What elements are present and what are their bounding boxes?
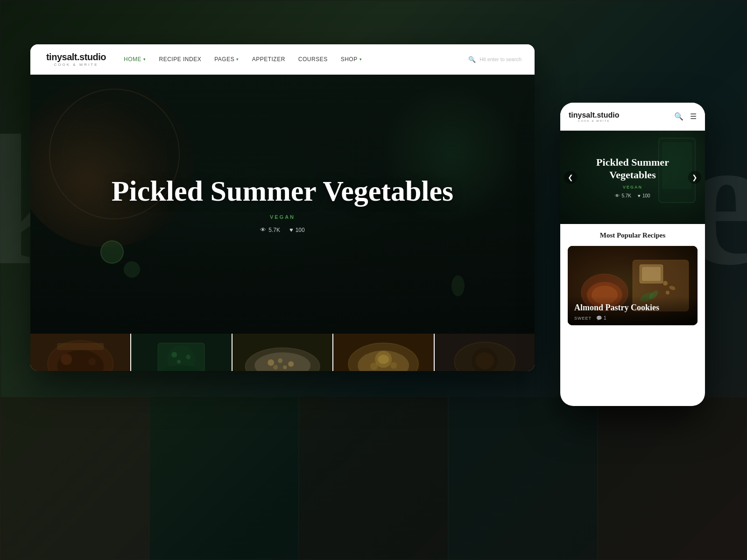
shop-arrow-icon: ▾ xyxy=(359,57,362,62)
recipe-card-meta: SWEET 💬 1 xyxy=(574,315,691,321)
recipe-card-title: Almond Pastry Cookies xyxy=(574,303,691,313)
thumb-4[interactable] xyxy=(333,334,433,371)
eye-icon: 👁 xyxy=(260,226,266,233)
thumb-3[interactable] xyxy=(233,334,332,371)
desktop-logo[interactable]: tinysalt.studio COOK & WRITE xyxy=(43,52,109,67)
mobile-hero-prev[interactable]: ❮ xyxy=(564,171,577,184)
heart-icon: ♥ xyxy=(289,226,293,233)
search-icon: 🔍 xyxy=(468,56,476,63)
svg-point-11 xyxy=(186,355,191,359)
bg-food-decoration xyxy=(0,397,747,560)
pages-arrow-icon: ▾ xyxy=(236,57,239,62)
desktop-hero: Pickled Summer Vegetables VEGAN 👁 5.7K ♥… xyxy=(30,75,535,334)
search-placeholder: Hit enter to search xyxy=(479,56,521,62)
thumbnail-strip xyxy=(30,334,535,371)
mobile-hero-title: Pickled Summer Vegetables xyxy=(560,156,705,181)
mobile-hero-tag: VEGAN xyxy=(623,185,642,189)
mobile-logo[interactable]: tinysalt.studio COOK & WRITE xyxy=(569,111,619,122)
svg-point-16 xyxy=(268,359,274,366)
mobile-nav-icons: 🔍 ☰ xyxy=(674,112,697,121)
recipe-card-overlay: Almond Pastry Cookies SWEET 💬 1 xyxy=(568,296,698,325)
desktop-nav: HOME ▾ RECIPE INDEX PAGES ▾ APPETIZER CO… xyxy=(124,56,453,63)
hero-stats: 👁 5.7K ♥ 100 xyxy=(260,226,304,233)
hero-likes: ♥ 100 xyxy=(289,226,305,233)
desktop-search[interactable]: 🔍 Hit enter to search xyxy=(468,56,521,63)
recipe-card-comments: 💬 1 xyxy=(596,315,606,321)
thumb-1[interactable] xyxy=(30,334,130,371)
mobile-hero-stats: 👁 5.7K ♥ 100 xyxy=(615,193,650,198)
nav-item-appetizer[interactable]: APPETIZER xyxy=(252,56,285,63)
most-popular-title: Most Popular Recipes xyxy=(568,231,698,239)
svg-point-3 xyxy=(61,354,72,365)
mobile-content: Most Popular Recipes xyxy=(560,224,705,333)
recipe-card-image: Almond Pastry Cookies SWEET 💬 1 xyxy=(568,246,698,325)
svg-point-44 xyxy=(666,291,669,294)
mobile-logo-name: tinysalt.studio xyxy=(569,111,619,119)
svg-point-42 xyxy=(663,281,668,286)
mobile-hero-views: 👁 5.7K xyxy=(615,193,631,198)
mobile-hero-likes: ♥ 100 xyxy=(638,193,650,198)
nav-item-courses[interactable]: COURSES xyxy=(298,56,328,63)
svg-point-25 xyxy=(378,355,389,364)
desktop-logo-tagline: COOK & WRITE xyxy=(54,63,98,67)
nav-item-home[interactable]: HOME ▾ xyxy=(124,56,146,63)
mobile-hero-next[interactable]: ❯ xyxy=(688,171,701,184)
desktop-header: tinysalt.studio COOK & WRITE HOME ▾ RECI… xyxy=(30,44,535,75)
svg-rect-5 xyxy=(57,343,104,350)
mobile-search-icon[interactable]: 🔍 xyxy=(674,112,684,121)
mobile-mockup: tinysalt.studio COOK & WRITE 🔍 ☰ ❮ ❯ Pic… xyxy=(560,103,705,406)
svg-point-20 xyxy=(273,365,278,370)
comment-icon: 💬 xyxy=(596,315,602,321)
svg-point-26 xyxy=(370,363,378,370)
desktop-logo-name: tinysalt.studio xyxy=(46,52,106,63)
svg-point-12 xyxy=(177,360,181,364)
mobile-heart-icon: ♥ xyxy=(638,193,641,198)
hero-views: 👁 5.7K xyxy=(260,226,280,233)
hero-tag: VEGAN xyxy=(270,214,295,220)
svg-point-4 xyxy=(88,358,96,365)
mobile-header: tinysalt.studio COOK & WRITE 🔍 ☰ xyxy=(560,103,705,131)
svg-point-17 xyxy=(278,358,282,363)
svg-point-31 xyxy=(475,352,494,369)
nav-item-pages[interactable]: PAGES ▾ xyxy=(214,56,239,63)
almond-pastry-card[interactable]: Almond Pastry Cookies SWEET 💬 1 xyxy=(568,246,698,325)
mobile-hero: ❮ ❯ Pickled Summer Vegetables VEGAN 👁 5.… xyxy=(560,131,705,224)
svg-point-10 xyxy=(172,352,177,357)
thumb-5[interactable] xyxy=(435,334,535,371)
home-arrow-icon: ▾ xyxy=(143,57,146,62)
svg-point-27 xyxy=(390,362,397,369)
svg-point-19 xyxy=(283,365,287,369)
nav-item-shop[interactable]: SHOP ▾ xyxy=(341,56,362,63)
svg-point-18 xyxy=(288,361,294,367)
mobile-logo-tagline: COOK & WRITE xyxy=(578,119,610,122)
hero-title: Pickled Summer Vegetables xyxy=(112,175,454,207)
nav-item-recipe-index[interactable]: RECIPE INDEX xyxy=(159,56,202,63)
desktop-mockup: tinysalt.studio COOK & WRITE HOME ▾ RECI… xyxy=(30,44,535,371)
thumb-2[interactable] xyxy=(131,334,231,371)
mobile-menu-icon[interactable]: ☰ xyxy=(690,112,697,121)
svg-rect-36 xyxy=(642,267,661,281)
recipe-card-tag: SWEET xyxy=(574,316,592,321)
mobile-eye-icon: 👁 xyxy=(615,193,620,198)
